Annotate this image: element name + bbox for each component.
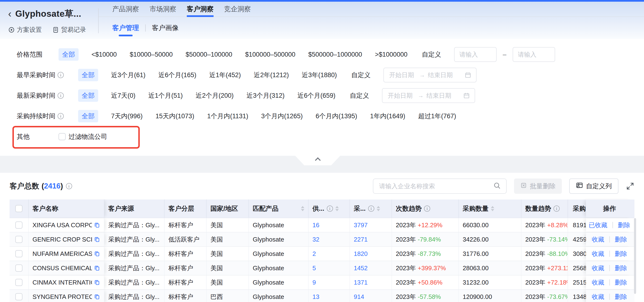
- duration-option-all[interactable]: 全部: [78, 110, 98, 122]
- tab-product-insight[interactable]: 产品洞察: [112, 2, 139, 16]
- price-option[interactable]: <$10000: [92, 51, 117, 58]
- row-checkbox[interactable]: [15, 293, 22, 300]
- delete-link[interactable]: 删除: [618, 221, 630, 229]
- copy-icon[interactable]: [94, 222, 100, 228]
- row-checkbox[interactable]: [15, 222, 22, 229]
- row-checkbox[interactable]: [15, 250, 22, 257]
- favorite-link[interactable]: 收藏: [592, 293, 604, 301]
- favorite-link[interactable]: 收藏: [592, 278, 604, 287]
- search-icon[interactable]: [493, 182, 501, 190]
- calendar-icon[interactable]: [464, 72, 471, 78]
- info-icon[interactable]: [58, 113, 64, 119]
- record-count-link[interactable]: 1452: [354, 264, 368, 272]
- table-row[interactable]: NUFARM AMERICAS, 采购过产品：Gly... 标杆客户 美国 Gl…: [10, 247, 634, 261]
- supplier-count-link[interactable]: 5: [312, 264, 316, 272]
- sort-control[interactable]: [336, 206, 339, 211]
- info-icon[interactable]: [424, 206, 430, 212]
- logistics-checkbox[interactable]: [58, 133, 66, 140]
- company-search-box[interactable]: [373, 178, 507, 194]
- table-row[interactable]: XINGFA USA CORPO 采购过产品：Gly... 标杆客户 美国 Gl…: [10, 218, 634, 232]
- duration-option[interactable]: 1个月内(1131): [207, 112, 248, 120]
- duration-option[interactable]: 15天内(1073): [156, 112, 194, 120]
- info-icon[interactable]: [58, 72, 64, 78]
- price-option-all[interactable]: 全部: [58, 48, 78, 61]
- tab-market-insight[interactable]: 市场洞察: [150, 2, 176, 16]
- record-count-link[interactable]: 1820: [354, 250, 368, 258]
- row-checkbox[interactable]: [15, 279, 22, 286]
- earliest-option[interactable]: 近3年(1880): [302, 71, 337, 79]
- earliest-option[interactable]: 近6个月(165): [158, 71, 196, 79]
- latest-date-range[interactable]: →: [382, 88, 475, 103]
- earliest-start-date-input[interactable]: [389, 71, 417, 79]
- sort-control[interactable]: [491, 206, 494, 211]
- select-all-checkbox[interactable]: [15, 205, 22, 212]
- favorite-link[interactable]: 收藏: [592, 264, 604, 272]
- supplier-count-link[interactable]: 32: [312, 236, 319, 243]
- back-icon[interactable]: ‹: [8, 9, 12, 19]
- sort-control[interactable]: [301, 206, 304, 211]
- copy-icon[interactable]: [94, 251, 100, 257]
- collapse-filters-button[interactable]: [295, 156, 340, 165]
- sort-control[interactable]: [377, 206, 380, 211]
- earliest-option[interactable]: 近3个月(61): [111, 71, 146, 79]
- price-option[interactable]: $100000–500000: [245, 51, 295, 58]
- supplier-count-link[interactable]: 13: [312, 293, 319, 300]
- latest-option[interactable]: 近1个月(51): [148, 91, 183, 100]
- price-option[interactable]: >$1000000: [375, 51, 408, 58]
- delete-link[interactable]: 删除: [615, 264, 627, 272]
- subtab-customer-profile[interactable]: 客户画像: [152, 24, 179, 32]
- table-row[interactable]: SYNGENTA PROTEC 采购过产品：Gly... 标杆客户 巴西 Gly…: [10, 290, 634, 302]
- favorite-link[interactable]: 收藏: [592, 235, 604, 244]
- earliest-option[interactable]: 近1年(452): [209, 71, 241, 79]
- latest-option[interactable]: 近2个月(200): [196, 91, 234, 100]
- latest-option[interactable]: 近6个月(659): [298, 91, 336, 100]
- info-icon[interactable]: [327, 206, 333, 212]
- company-search-input[interactable]: [378, 182, 493, 190]
- record-count-link[interactable]: 1371: [354, 279, 368, 286]
- copy-icon[interactable]: [94, 265, 100, 271]
- row-checkbox[interactable]: [15, 236, 22, 243]
- delete-link[interactable]: 删除: [615, 293, 627, 301]
- calendar-icon[interactable]: [463, 92, 470, 99]
- record-count-link[interactable]: 2271: [354, 236, 368, 243]
- supplier-count-link[interactable]: 16: [312, 222, 319, 229]
- info-icon[interactable]: [58, 92, 64, 99]
- latest-start-date-input[interactable]: [387, 92, 416, 100]
- earliest-custom-label[interactable]: 自定义: [351, 71, 370, 79]
- latest-custom-label[interactable]: 自定义: [350, 91, 369, 100]
- record-count-link[interactable]: 914: [354, 293, 364, 300]
- table-row[interactable]: CINMAX INTERNATIO 采购过产品：Gly... 标杆客户 美国 G…: [10, 276, 634, 290]
- duration-option[interactable]: 6个月内(1395): [316, 112, 357, 120]
- earliest-option[interactable]: 近2年(1212): [254, 71, 289, 79]
- table-row[interactable]: CONSUS CHEMICAL 采购过产品：Gly... 标杆客户 美国 Gly…: [10, 261, 634, 276]
- tab-competitor-insight[interactable]: 竞企洞察: [224, 2, 251, 16]
- fullscreen-icon[interactable]: [626, 182, 634, 190]
- info-icon[interactable]: [554, 206, 560, 212]
- info-icon[interactable]: [66, 183, 72, 189]
- info-icon[interactable]: [368, 206, 374, 212]
- copy-icon[interactable]: [94, 279, 100, 286]
- copy-icon[interactable]: [94, 294, 100, 300]
- row-checkbox[interactable]: [15, 264, 22, 272]
- supplier-count-link[interactable]: 2: [312, 250, 316, 258]
- latest-end-date-input[interactable]: [426, 92, 454, 100]
- trade-records-button[interactable]: 贸易记录: [52, 26, 86, 34]
- earliest-end-date-input[interactable]: [427, 71, 456, 79]
- table-row[interactable]: GENERIC CROP SCI 采购过产品：Gly... 低活跃客户 美国 G…: [10, 232, 634, 247]
- earliest-date-range[interactable]: →: [384, 68, 476, 82]
- batch-delete-button[interactable]: 批量删除: [514, 178, 562, 194]
- custom-columns-button[interactable]: 自定义列: [569, 178, 618, 194]
- delete-link[interactable]: 删除: [615, 278, 627, 287]
- latest-option[interactable]: 近3个月(312): [246, 91, 284, 100]
- price-max-input[interactable]: [512, 47, 555, 62]
- delete-link[interactable]: 删除: [615, 250, 627, 258]
- duration-option[interactable]: 超过1年(767): [418, 112, 456, 120]
- price-option[interactable]: $50000–100000: [186, 51, 232, 58]
- favorite-link[interactable]: 收藏: [592, 250, 604, 258]
- price-option[interactable]: $500000–1000000: [308, 51, 362, 58]
- scheme-settings-button[interactable]: 方案设置: [8, 26, 42, 34]
- latest-option-all[interactable]: 全部: [78, 89, 98, 102]
- delete-link[interactable]: 删除: [615, 235, 627, 244]
- price-custom-label[interactable]: 自定义: [422, 50, 441, 59]
- earliest-option-all[interactable]: 全部: [78, 69, 98, 81]
